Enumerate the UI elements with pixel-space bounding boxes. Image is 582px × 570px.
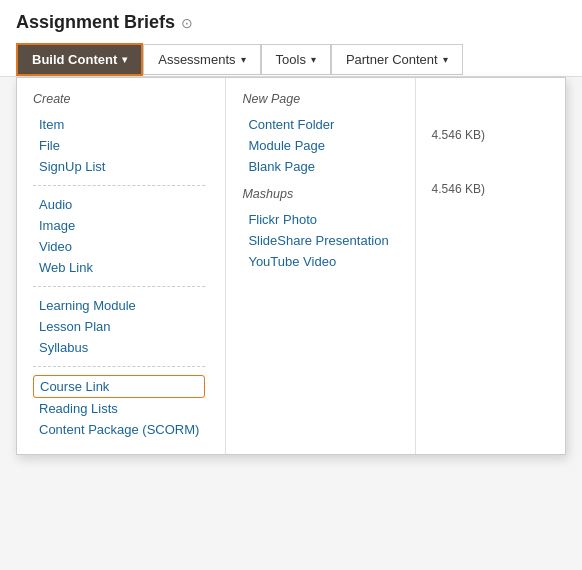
dropdown-col-right: 4.546 KB) 4.546 KB): [416, 78, 516, 454]
build-content-button[interactable]: Build Content ▾: [16, 43, 143, 76]
assessments-button[interactable]: Assessments ▾: [143, 44, 260, 75]
new-page-item-blank-page[interactable]: Blank Page: [242, 156, 394, 177]
assessments-arrow: ▾: [241, 54, 246, 65]
create-item-file[interactable]: File: [33, 135, 205, 156]
create-section-title: Create: [33, 92, 205, 106]
create-item-syllabus[interactable]: Syllabus: [33, 337, 205, 358]
divider-3: [33, 366, 205, 367]
build-content-label: Build Content: [32, 52, 117, 67]
dropdown-col-new-page: New Page Content Folder Module Page Blan…: [226, 78, 415, 454]
title-row: Assignment Briefs ⊙: [16, 12, 566, 33]
partner-content-arrow: ▾: [443, 54, 448, 65]
toolbar: Build Content ▾ Assessments ▾ Tools ▾ Pa…: [16, 43, 566, 76]
create-item-video[interactable]: Video: [33, 236, 205, 257]
create-item-learning-module[interactable]: Learning Module: [33, 295, 205, 316]
right-size-1-text: 4.546 KB): [432, 128, 485, 142]
right-size-2-text: 4.546 KB): [432, 182, 485, 196]
partner-content-label: Partner Content: [346, 52, 438, 67]
title-settings-icon[interactable]: ⊙: [181, 15, 193, 31]
mashup-item-youtube[interactable]: YouTube Video: [242, 251, 394, 272]
right-size-1: 4.546 KB): [432, 128, 496, 142]
create-item-web-link[interactable]: Web Link: [33, 257, 205, 278]
tools-label: Tools: [276, 52, 306, 67]
create-item-image[interactable]: Image: [33, 215, 205, 236]
create-item-signup-list[interactable]: SignUp List: [33, 156, 205, 177]
create-item-content-package[interactable]: Content Package (SCORM): [33, 419, 205, 440]
page-header: Assignment Briefs ⊙ Build Content ▾ Asse…: [0, 0, 582, 77]
create-item-course-link[interactable]: Course Link: [33, 375, 205, 398]
dropdown-col-create: Create Item File SignUp List Audio Image…: [17, 78, 226, 454]
new-page-section-title: New Page: [242, 92, 394, 106]
right-size-2: 4.546 KB): [432, 182, 496, 196]
new-page-item-content-folder[interactable]: Content Folder: [242, 114, 394, 135]
build-content-arrow: ▾: [122, 54, 127, 65]
create-item-audio[interactable]: Audio: [33, 194, 205, 215]
mashup-item-flickr[interactable]: Flickr Photo: [242, 209, 394, 230]
build-content-dropdown: Create Item File SignUp List Audio Image…: [16, 77, 566, 455]
assessments-label: Assessments: [158, 52, 235, 67]
create-item-item[interactable]: Item: [33, 114, 205, 135]
create-item-lesson-plan[interactable]: Lesson Plan: [33, 316, 205, 337]
divider-1: [33, 185, 205, 186]
mashup-item-slideshare[interactable]: SlideShare Presentation: [242, 230, 394, 251]
tools-arrow: ▾: [311, 54, 316, 65]
mashups-section-title: Mashups: [242, 187, 394, 201]
partner-content-button[interactable]: Partner Content ▾: [331, 44, 463, 75]
tools-button[interactable]: Tools ▾: [261, 44, 331, 75]
divider-2: [33, 286, 205, 287]
new-page-item-module-page[interactable]: Module Page: [242, 135, 394, 156]
create-item-reading-lists[interactable]: Reading Lists: [33, 398, 205, 419]
page-title: Assignment Briefs: [16, 12, 175, 33]
